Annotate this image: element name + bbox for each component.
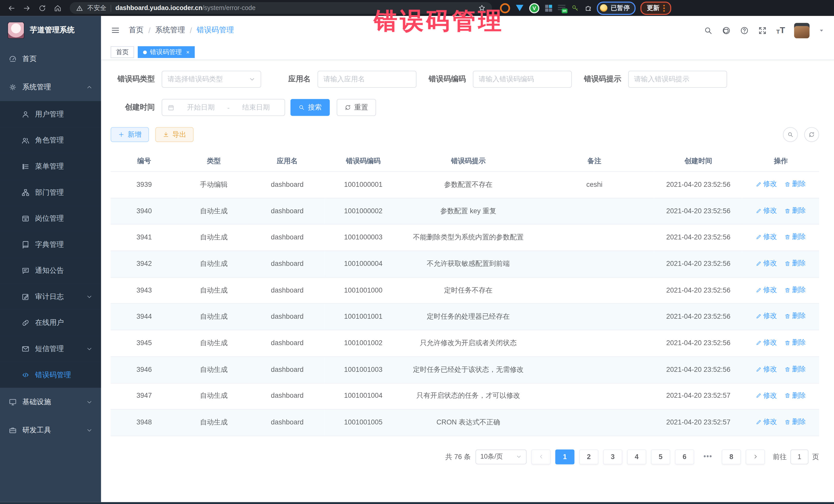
cell-code: 1001001002: [324, 330, 402, 356]
browser-update-button[interactable]: 更新: [640, 1, 671, 15]
dev-tools-icon: [8, 426, 17, 434]
sidebar-item-role[interactable]: 角色管理: [0, 127, 101, 153]
edit-link[interactable]: 修改: [756, 179, 777, 190]
sidebar-item-system[interactable]: 系统管理: [0, 73, 101, 101]
sidebar-item-dev-tools[interactable]: 研发工具: [0, 416, 101, 444]
ext-green-circle-icon[interactable]: V: [529, 3, 539, 13]
delete-link[interactable]: 删除: [785, 179, 806, 190]
cell-ops: 修改删除: [742, 383, 819, 409]
delete-link[interactable]: 删除: [785, 205, 806, 216]
edit-link[interactable]: 修改: [756, 232, 777, 242]
prev-page-button[interactable]: [531, 450, 551, 464]
page-button-2[interactable]: 2: [579, 450, 598, 464]
sidebar-item-home[interactable]: 首页: [0, 45, 101, 73]
tag-错误码管理[interactable]: 错误码管理×: [138, 46, 195, 58]
delete-link[interactable]: 删除: [785, 258, 806, 269]
next-page-button[interactable]: [746, 450, 765, 464]
bookmark-star-icon[interactable]: [478, 4, 485, 12]
breadcrumb-item[interactable]: 首页: [129, 25, 144, 35]
breadcrumb-item[interactable]: 系统管理: [155, 25, 185, 35]
avatar-caret-icon[interactable]: [819, 27, 825, 34]
cell-ops: 修改删除: [742, 409, 819, 436]
page-button-1[interactable]: 1: [555, 450, 575, 464]
sidebar-item-user[interactable]: 用户管理: [0, 101, 101, 127]
delete-link[interactable]: 删除: [785, 364, 806, 375]
sidebar-item-audit-log[interactable]: 审计日志: [0, 284, 101, 310]
sidebar-item-post[interactable]: 岗位管理: [0, 205, 101, 232]
error-msg-input[interactable]: 请输入错误码提示: [628, 71, 727, 88]
delete-link[interactable]: 删除: [785, 390, 806, 401]
edit-link[interactable]: 修改: [756, 311, 777, 322]
delete-link[interactable]: 删除: [785, 232, 806, 242]
font-size-icon[interactable]: TT: [776, 26, 785, 35]
search-button[interactable]: 搜索: [290, 99, 330, 116]
delete-link[interactable]: 删除: [785, 284, 806, 295]
export-button[interactable]: 导出: [155, 127, 194, 142]
profile-paused-badge[interactable]: 已暂停: [597, 1, 636, 15]
edit-link[interactable]: 修改: [756, 284, 777, 295]
avatar[interactable]: [794, 23, 810, 38]
github-icon[interactable]: [722, 26, 731, 35]
delete-link[interactable]: 删除: [785, 416, 806, 428]
edit-link[interactable]: 修改: [756, 390, 777, 401]
delete-link[interactable]: 删除: [785, 311, 806, 322]
edit-link[interactable]: 修改: [756, 205, 777, 216]
app-name-input[interactable]: 请输入应用名: [317, 71, 416, 88]
menu-icon: [21, 162, 30, 170]
browser-menu-icon[interactable]: [663, 5, 665, 12]
add-button[interactable]: 新增: [111, 127, 149, 142]
fullscreen-icon[interactable]: [758, 26, 767, 35]
page-size-select[interactable]: 10条/页: [476, 450, 527, 464]
page-button-8[interactable]: 8: [722, 450, 741, 464]
edit-link[interactable]: 修改: [756, 416, 777, 428]
sidebar-logo[interactable]: 芋道管理系统: [0, 16, 101, 45]
date-range-picker[interactable]: 开始日期 - 结束日期: [162, 99, 285, 116]
delete-link[interactable]: 删除: [785, 337, 806, 348]
toggle-search-button[interactable]: [783, 127, 798, 142]
ext-blue-gem-icon[interactable]: [516, 5, 524, 11]
sidebar-item-online-user[interactable]: 在线用户: [0, 309, 101, 336]
chevron-down-icon: [86, 345, 93, 352]
edit-link[interactable]: 修改: [756, 337, 777, 348]
refresh-table-button[interactable]: [804, 127, 819, 142]
filter-app-label: 应用名: [261, 74, 311, 84]
table-row: 3943自动生成dashboard1001001000定时任务不存在2021-0…: [111, 277, 819, 304]
sidebar-item-menu[interactable]: 菜单管理: [0, 153, 101, 179]
profile-emoji-icon: [600, 4, 608, 12]
error-type-select[interactable]: 请选择错误码类型: [162, 71, 261, 88]
edit-link[interactable]: 修改: [756, 258, 777, 269]
close-tag-icon[interactable]: ×: [186, 49, 190, 55]
ext-grid-icon[interactable]: [545, 5, 552, 12]
address-bar[interactable]: 不安全 dashboard.yudao.iocoder.cn/system/er…: [70, 2, 492, 14]
cell-note: [534, 224, 654, 251]
error-code-input[interactable]: 请输入错误码编码: [473, 71, 572, 88]
sidebar-item-sms[interactable]: 短信管理: [0, 336, 101, 362]
extensions-area: V on: [500, 3, 592, 13]
page-button-6[interactable]: 6: [675, 450, 694, 464]
sidebar-item-infra[interactable]: 基础设施: [0, 388, 101, 416]
sidebar-item-dict[interactable]: 字典管理: [0, 232, 101, 258]
more-pages-button[interactable]: •••: [699, 450, 717, 463]
page-button-4[interactable]: 4: [627, 450, 646, 464]
sidebar-item-error-code[interactable]: 错误码管理: [0, 361, 101, 388]
sidebar-item-dept[interactable]: 部门管理: [0, 179, 101, 205]
browser-home-icon[interactable]: [53, 4, 62, 12]
page-button-3[interactable]: 3: [603, 450, 622, 464]
header-search-icon[interactable]: [704, 26, 713, 35]
sidebar-toggle-icon[interactable]: [111, 25, 120, 35]
forward-icon[interactable]: [23, 4, 31, 12]
back-icon[interactable]: [7, 4, 15, 12]
tag-首页[interactable]: 首页: [111, 46, 134, 58]
sidebar-item-notice[interactable]: 通知公告: [0, 257, 101, 284]
ext-list-on-icon[interactable]: on: [558, 5, 565, 11]
reset-button[interactable]: 重置: [337, 99, 376, 116]
ext-key-icon[interactable]: [571, 4, 579, 12]
help-icon[interactable]: [740, 26, 749, 35]
ext-orange-ring-icon[interactable]: [500, 3, 510, 13]
page-button-5[interactable]: 5: [651, 450, 670, 464]
extensions-puzzle-icon[interactable]: [585, 4, 592, 12]
goto-page-input[interactable]: 1: [790, 450, 808, 464]
table-row: 3940自动生成dashboard1001000002参数配置 key 重复20…: [111, 198, 819, 224]
reload-icon[interactable]: [38, 4, 46, 12]
edit-link[interactable]: 修改: [756, 364, 777, 375]
